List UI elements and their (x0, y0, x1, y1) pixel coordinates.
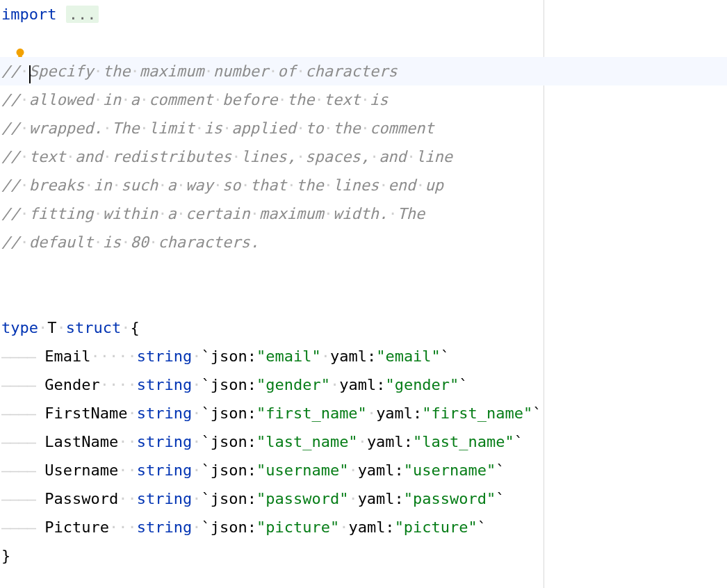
code-line-comment[interactable]: //·allowed·in·a·comment·before·the·text·… (0, 85, 727, 114)
tag-key-yaml: yaml: (376, 405, 422, 422)
comment-text: //·default·is·80·characters. (1, 234, 259, 251)
code-line-import[interactable]: import ... (0, 0, 727, 28)
field-type: string (137, 462, 192, 479)
comment-text: Specify·the·maximum·number·of·characters (29, 63, 398, 80)
tag-value-yaml: "first_name" (422, 405, 532, 422)
tag-key-json: json: (211, 376, 256, 393)
code-line-field[interactable]: ———— Gender····string·`json:"gender"·yam… (0, 370, 727, 399)
tag-value-json: "picture" (256, 518, 339, 536)
text-cursor (29, 65, 31, 83)
type-name: T (47, 319, 56, 336)
field-name: Picture (44, 518, 109, 536)
tag-key-json: json: (211, 462, 256, 479)
indent-guide: ———— (1, 490, 35, 507)
code-line-comment[interactable]: //·fitting·within·a·certain·maximum·widt… (0, 199, 727, 228)
code-line-closebrace[interactable]: } (0, 541, 727, 570)
tag-key-json: json: (211, 405, 256, 422)
comment-text: //·breaks·in·such·a·way·so·that·the·line… (1, 177, 443, 194)
tag-key-json: json: (211, 348, 256, 365)
code-line-comment[interactable]: //·default·is·80·characters. (0, 228, 727, 256)
tag-key-json: json: (211, 490, 256, 507)
tag-key-yaml: yaml: (339, 376, 385, 393)
tag-value-json: "email" (256, 348, 321, 365)
code-line-comment[interactable]: //·wrapped.·The·limit·is·applied·to·the·… (0, 114, 727, 142)
comment-text: //·fitting·within·a·certain·maximum·widt… (1, 205, 425, 222)
tag-key-json: json: (211, 433, 256, 450)
indent-guide: ———— (1, 376, 35, 393)
keyword-struct: struct (66, 319, 121, 336)
tag-value-json: "first_name" (256, 405, 367, 422)
indent-guide: ———— (1, 462, 35, 479)
indent-guide: ———— (1, 433, 35, 450)
tag-value-yaml: "email" (376, 348, 441, 365)
tag-key-yaml: yaml: (358, 462, 404, 479)
tag-value-yaml: "gender" (385, 376, 459, 393)
tag-key-yaml: yaml: (330, 348, 376, 365)
tag-value-yaml: "password" (404, 490, 496, 507)
keyword-import: import (1, 6, 56, 23)
code-line-field[interactable]: ———— Email·····string·`json:"email"·yaml… (0, 342, 727, 370)
code-line-typedecl[interactable]: type·T·struct·{ (0, 313, 727, 342)
tag-value-json: "gender" (256, 376, 330, 393)
tag-key-yaml: yaml: (358, 490, 404, 507)
field-name: Gender (44, 376, 99, 393)
tag-key-yaml: yaml: (348, 518, 394, 536)
indent-guide: ———— (1, 405, 35, 422)
indent-guide: ———— (1, 518, 35, 536)
open-brace: { (130, 319, 139, 336)
tag-key-yaml: yaml: (367, 433, 413, 450)
tag-value-yaml: "picture" (395, 518, 477, 536)
field-type: string (137, 348, 192, 365)
code-line-comment[interactable]: //·breaks·in·such·a·way·so·that·the·line… (0, 171, 727, 199)
field-type: string (137, 490, 192, 507)
code-line-field[interactable]: ———— Password··string·`json:"password"·y… (0, 484, 727, 513)
field-type: string (137, 376, 192, 393)
comment-text: //·text·and·redistributes·lines,·spaces,… (1, 148, 452, 165)
code-line-blank[interactable] (0, 256, 727, 285)
code-line-field[interactable]: ———— Username··string·`json:"username"·y… (0, 456, 727, 484)
tag-value-yaml: "last_name" (413, 433, 514, 450)
tag-value-json: "username" (256, 462, 348, 479)
field-name: Password (44, 490, 118, 507)
field-name: LastName (44, 433, 118, 450)
tag-value-json: "password" (256, 490, 348, 507)
close-brace: } (1, 547, 10, 564)
field-type: string (137, 518, 192, 536)
comment-text: //· (1, 63, 29, 80)
lightbulb-icon[interactable] (13, 43, 28, 58)
field-name: Email (44, 348, 90, 365)
comment-text: //·wrapped.·The·limit·is·applied·to·the·… (1, 120, 434, 137)
code-line-field[interactable]: ———— FirstName·string·`json:"first_name"… (0, 399, 727, 427)
field-name: Username (44, 462, 118, 479)
code-line-comment[interactable]: //·text·and·redistributes·lines,·spaces,… (0, 142, 727, 171)
code-editor[interactable]: import ... //·Specify·the·maximum·number… (0, 0, 727, 570)
field-name: FirstName (44, 405, 127, 422)
tag-key-json: json: (211, 518, 256, 536)
comment-text: //·allowed·in·a·comment·before·the·text·… (1, 91, 388, 108)
tag-value-json: "last_name" (256, 433, 358, 450)
code-line-comment[interactable]: //·Specify·the·maximum·number·of·charact… (0, 57, 727, 85)
field-type: string (137, 405, 192, 422)
code-line-blank[interactable] (0, 285, 727, 313)
code-line-field[interactable]: ———— LastName··string·`json:"last_name"·… (0, 427, 727, 456)
code-line-blank[interactable] (0, 28, 727, 57)
indent-guide: ———— (1, 348, 35, 365)
keyword-type: type (1, 319, 38, 336)
field-type: string (137, 433, 192, 450)
tag-value-yaml: "username" (404, 462, 496, 479)
folded-region[interactable]: ... (66, 6, 99, 23)
code-line-field[interactable]: ———— Picture···string·`json:"picture"·ya… (0, 513, 727, 541)
